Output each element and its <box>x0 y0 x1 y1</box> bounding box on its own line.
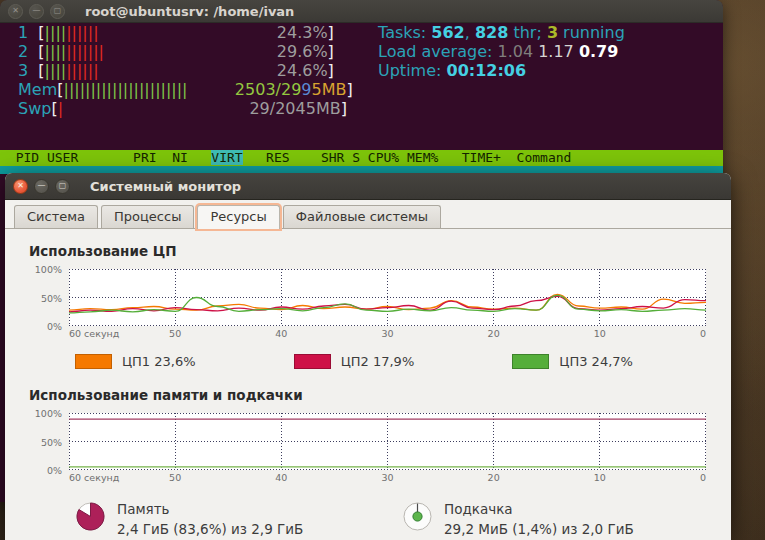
y-tick-label: 100% <box>35 264 62 275</box>
memory-chart-group: 100%50%0% 60 секунд50403020100 <box>29 413 731 485</box>
maximize-icon[interactable]: ▢ <box>50 4 65 19</box>
cpu2-meter: 2 [|||||||||||29.6%] <box>18 42 353 61</box>
swap-label: Подкачка <box>444 499 634 519</box>
cpu-chart-group: 100%50%0% 60 секунд50403020100 <box>29 269 731 341</box>
htop-column-header: PID USER PRI NI VIRT RES SHR S CPU% MEM%… <box>0 150 723 166</box>
memory-swap-chart <box>69 413 706 470</box>
x-tick-label: 60 секунд <box>69 472 119 483</box>
memory-y-axis-labels: 100%50%0% <box>29 413 69 470</box>
terminal-titlebar[interactable]: ✕ — ▢ root@ubuntusrv: /home/ivan <box>0 0 723 23</box>
y-tick-label: 50% <box>41 292 62 303</box>
x-tick-label: 40 <box>275 328 287 339</box>
x-tick-label: 20 <box>488 328 500 339</box>
cpu-y-axis-labels: 100%50%0% <box>29 269 69 326</box>
x-tick-label: 50 <box>169 472 181 483</box>
memory-legend: Память 2,4 ГиБ (83,6%) из 2,9 ГиБ Подкач… <box>75 499 731 539</box>
cpu2-color-swatch <box>294 354 331 369</box>
memory-value: 2,4 ГиБ (83,6%) из 2,9 ГиБ <box>117 519 303 539</box>
resources-panel: Использование ЦП 100%50%0% 60 секунд5040… <box>5 229 731 539</box>
terminal-title: root@ubuntusrv: /home/ivan <box>85 4 294 19</box>
cpu3-legend-item: ЦП3 24,7% <box>512 354 731 369</box>
y-tick-label: 0% <box>47 321 62 332</box>
x-tick-label: 30 <box>381 472 393 483</box>
close-icon[interactable]: ✕ <box>13 179 28 194</box>
tasks-line: Tasks: 562, 828 thr; 3 running <box>378 23 625 42</box>
htop-stats: Tasks: 562, 828 thr; 3 running Load aver… <box>378 23 625 80</box>
swap-meter: Swp[|29/2045MB] <box>18 99 353 118</box>
memory-pie-icon <box>75 501 106 532</box>
x-tick-label: 60 секунд <box>69 328 119 339</box>
x-tick-label: 10 <box>594 328 606 339</box>
swap-pie-icon <box>402 501 433 532</box>
cpu-x-axis-labels: 60 секунд50403020100 <box>69 328 706 341</box>
cpu1-legend-item: ЦП1 23,6% <box>75 354 294 369</box>
tab-system[interactable]: Система <box>14 205 98 228</box>
swap-legend-item: Подкачка 29,2 МиБ (1,4%) из 2,0 ГиБ <box>402 499 729 539</box>
minimize-icon[interactable]: — <box>29 4 44 19</box>
x-tick-label: 50 <box>169 328 181 339</box>
chart-canvas <box>69 269 706 326</box>
monitor-titlebar[interactable]: ✕ — ▢ Системный монитор <box>5 173 731 200</box>
x-tick-label: 0 <box>700 328 706 339</box>
cpu-legend: ЦП1 23,6% ЦП2 17,9% ЦП3 24,7% <box>75 354 731 369</box>
minimize-icon[interactable]: — <box>34 179 49 194</box>
window-title: Системный монитор <box>90 179 241 194</box>
cpu3-legend-label: ЦП3 24,7% <box>559 354 633 369</box>
uptime-line: Uptime: 00:12:06 <box>378 61 625 80</box>
x-tick-label: 20 <box>488 472 500 483</box>
cpu3-color-swatch <box>512 354 549 369</box>
cpu3-meter: 3 [||||||||||24.6%] <box>18 61 353 80</box>
system-monitor-window: ✕ — ▢ Системный монитор Система Процессы… <box>5 173 731 540</box>
load-average-line: Load average: 1.04 1.17 0.79 <box>378 42 625 61</box>
y-tick-label: 100% <box>35 408 62 419</box>
close-icon[interactable]: ✕ <box>8 4 23 19</box>
mem-meter: Mem[|||||||||||||||||||||||2503/2995MB] <box>18 80 353 99</box>
desktop-background: ✕ — ▢ root@ubuntusrv: /home/ivan 1 [||||… <box>0 0 765 540</box>
y-tick-label: 0% <box>47 465 62 476</box>
cpu1-color-swatch <box>75 354 112 369</box>
htop-cpu-meters: 1 [||||||||||24.3%] 2 [|||||||||||29.6%]… <box>18 23 353 118</box>
tab-file-systems[interactable]: Файловые системы <box>283 205 441 228</box>
tab-resources[interactable]: Ресурсы <box>197 205 279 229</box>
cpu1-meter: 1 [||||||||||24.3%] <box>18 23 353 42</box>
x-tick-label: 0 <box>700 472 706 483</box>
cpu2-legend-item: ЦП2 17,9% <box>294 354 513 369</box>
swap-value: 29,2 МиБ (1,4%) из 2,0 ГиБ <box>444 519 634 539</box>
memory-x-axis-labels: 60 секунд50403020100 <box>69 472 706 485</box>
tab-processes[interactable]: Процессы <box>101 205 194 228</box>
cpu2-legend-label: ЦП2 17,9% <box>341 354 415 369</box>
tab-bar: Система Процессы Ресурсы Файловые систем… <box>5 200 731 229</box>
memory-legend-item: Память 2,4 ГиБ (83,6%) из 2,9 ГиБ <box>75 499 402 539</box>
virt-column-selected: VIRT <box>211 150 242 165</box>
cpu1-legend-label: ЦП1 23,6% <box>122 354 196 369</box>
memory-label: Память <box>117 499 303 519</box>
y-tick-label: 50% <box>41 436 62 447</box>
x-tick-label: 30 <box>381 328 393 339</box>
maximize-icon[interactable]: ▢ <box>55 179 70 194</box>
cpu-usage-chart <box>69 269 706 326</box>
memory-section-title: Использование памяти и подкачки <box>29 387 731 403</box>
x-tick-label: 10 <box>594 472 606 483</box>
cpu-section-title: Использование ЦП <box>29 243 731 259</box>
chart-canvas <box>69 413 706 470</box>
x-tick-label: 40 <box>275 472 287 483</box>
